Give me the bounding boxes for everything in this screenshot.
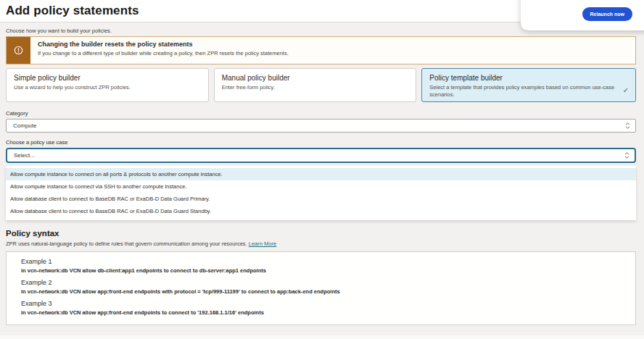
- learn-more-link[interactable]: Learn More: [249, 240, 276, 247]
- select-spinner-icon: [624, 152, 629, 159]
- example-statement: in vcn-network:db VCN allow db-client:ap…: [21, 267, 621, 274]
- policy-example: Example 1 in vcn-network:db VCN allow db…: [21, 258, 621, 274]
- warning-icon: [7, 37, 30, 64]
- card-title: Policy template builder: [429, 74, 616, 82]
- example-label: Example 2: [21, 279, 621, 286]
- use-case-option[interactable]: Allow compute instance to connect via SS…: [6, 180, 636, 193]
- add-policy-statements-page: Add policy statements Relaunch now Choos…: [0, 0, 644, 339]
- card-simple-policy-builder[interactable]: Simple policy builder Use a wizard to he…: [6, 68, 209, 102]
- builder-cards: Simple policy builder Use a wizard to he…: [6, 68, 636, 102]
- policy-examples-box: Example 1 in vcn-network:db VCN allow db…: [6, 251, 636, 325]
- use-case-dropdown: Allow compute instance to connect on all…: [6, 166, 636, 220]
- card-manual-policy-builder[interactable]: Manual policy builder Enter free-form po…: [214, 68, 417, 102]
- card-title: Simple policy builder: [14, 74, 201, 82]
- footer-strip: [0, 335, 644, 339]
- warning-title: Changing the builder resets the policy s…: [38, 41, 289, 48]
- example-statement: in vcn-network:db VCN allow app:front-en…: [21, 309, 621, 316]
- use-case-value: Select...: [14, 152, 35, 159]
- policy-syntax-heading: Policy syntax: [6, 229, 636, 238]
- example-label: Example 3: [21, 300, 621, 307]
- builder-intro-text: Choose how you want to build your polici…: [6, 28, 636, 34]
- main-content: Choose how you want to build your polici…: [6, 22, 636, 325]
- policy-example: Example 3 in vcn-network:db VCN allow ap…: [21, 300, 621, 316]
- category-label: Category: [6, 110, 636, 117]
- use-case-option[interactable]: Allow database client to connect to Base…: [6, 193, 636, 205]
- card-description: Select a template that provides policy e…: [429, 84, 616, 99]
- selected-check-icon: ✓: [623, 86, 629, 94]
- card-description: Enter free-form policy.: [222, 84, 409, 91]
- warning-body: Changing the builder resets the policy s…: [30, 37, 296, 64]
- use-case-label: Choose a policy use case: [6, 139, 636, 146]
- example-label: Example 1: [21, 258, 621, 265]
- category-select[interactable]: Compute: [6, 119, 636, 133]
- relaunch-now-button[interactable]: Relaunch now: [582, 7, 632, 21]
- category-value: Compute: [13, 122, 36, 129]
- use-case-option[interactable]: Allow database client to connect to Base…: [6, 205, 636, 217]
- page-title: Add policy statements: [6, 4, 139, 18]
- card-title: Manual policy builder: [222, 74, 409, 82]
- policy-syntax-description: ZPR uses natural-language policy to defi…: [6, 240, 636, 247]
- warning-description: If you change to a different type of bui…: [38, 50, 289, 56]
- warning-banner: Changing the builder resets the policy s…: [6, 36, 636, 64]
- select-spinner-icon: [625, 122, 630, 129]
- use-case-option[interactable]: Allow compute instance to connect on all…: [6, 168, 636, 180]
- use-case-select[interactable]: Select...: [6, 148, 636, 163]
- policy-example: Example 2 in vcn-network:db VCN allow ap…: [21, 279, 621, 295]
- example-statement: in vcn-network:db VCN allow app:front-en…: [21, 288, 621, 295]
- card-description: Use a wizard to help you construct ZPR p…: [14, 84, 201, 91]
- card-policy-template-builder[interactable]: Policy template builder Select a templat…: [421, 68, 636, 102]
- policy-syntax-description-text: ZPR uses natural-language policy to defi…: [6, 240, 247, 247]
